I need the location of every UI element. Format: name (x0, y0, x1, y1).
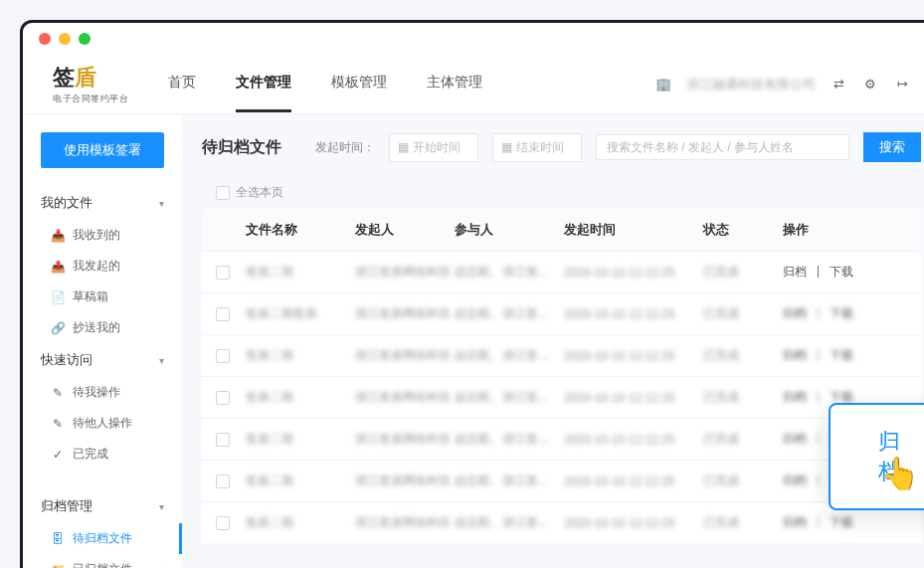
divider: | (817, 473, 820, 489)
search-input[interactable] (596, 134, 849, 160)
cell-participant: 赵志航、浙江签... (455, 347, 564, 364)
table-row: 签盾二期浙江签盾网络科技赵志航、浙江签...2020-10-10 12:12:2… (202, 251, 921, 292)
row-checkbox[interactable] (216, 516, 230, 530)
archive-link[interactable]: 归档 (783, 347, 807, 364)
cell-status: 已完成 (703, 473, 783, 489)
cell-time: 2020-10-10 12:12:25 (564, 474, 703, 488)
sidebar-item-label: 抄送我的 (73, 319, 120, 336)
cell-time: 2020-10-10 12:12:25 (564, 266, 703, 280)
use-template-button[interactable]: 使用模板签署 (41, 132, 164, 168)
calendar-icon: ▦ (501, 140, 512, 154)
header-right: 🏢 浙江融通科技有限公司 ⇄ ⚙ ↦ (654, 76, 911, 94)
sidebar-item-label: 待他人操作 (73, 415, 132, 432)
row-checkbox[interactable] (216, 391, 230, 405)
maximize-window-button[interactable] (79, 33, 91, 45)
search-button[interactable]: 搜索 (863, 132, 921, 162)
select-all-checkbox[interactable] (216, 186, 230, 200)
archive-link[interactable]: 归档 (783, 431, 807, 448)
divider: | (817, 389, 820, 406)
row-checkbox[interactable] (216, 307, 230, 321)
sidebar-item-pending-me[interactable]: ✎待我操作 (23, 377, 182, 408)
nav-files[interactable]: 文件管理 (236, 56, 291, 112)
archive-link[interactable]: 归档 (783, 389, 807, 406)
time-label: 发起时间： (315, 139, 375, 156)
sidebar-group-quick[interactable]: 快速访问 ▾ (23, 343, 182, 377)
switch-icon[interactable]: ⇄ (830, 76, 847, 94)
cell-initiator: 浙江签盾网络科技 (355, 514, 455, 531)
gear-icon[interactable]: ⚙ (861, 76, 879, 94)
building-icon: 🏢 (654, 76, 672, 94)
table-row: 签盾二期浙江签盾网络科技赵志航、浙江签...2020-10-10 12:12:2… (202, 334, 921, 376)
cc-icon: 🔗 (51, 321, 65, 335)
nav-home[interactable]: 首页 (168, 56, 196, 112)
col-participant: 参与人 (455, 221, 564, 239)
start-date-input[interactable]: ▦开始时间 (389, 133, 478, 162)
sidebar-item-drafts[interactable]: 📄草稿箱 (23, 282, 182, 312)
select-all-label: 全选本页 (236, 184, 283, 201)
sidebar-item-archived[interactable]: 📁已归档文件› (23, 554, 182, 568)
sidebar-item-initiated[interactable]: 📤我发起的 (23, 251, 182, 282)
cell-name: 签盾二期签盾 (246, 305, 355, 322)
row-checkbox[interactable] (216, 349, 230, 363)
archive-popover[interactable]: 归档 (829, 403, 924, 510)
sidebar-group-archive[interactable]: 归档管理 ▾ (23, 489, 182, 523)
main-content: 待归档文件 发起时间： ▦开始时间 ▦结束时间 搜索 全选本页 文件名称 发起人… (182, 114, 924, 568)
table-row: 签盾二期浙江签盾网络科技赵志航、浙江签...2020-10-10 12:12:2… (202, 418, 921, 460)
logo-text-2: 盾 (75, 65, 96, 90)
end-date-input[interactable]: ▦结束时间 (492, 133, 582, 162)
col-status: 状态 (703, 221, 783, 239)
others-icon: ✎ (51, 417, 65, 431)
file-table: 文件名称 发起人 参与人 发起时间 状态 操作 签盾二期浙江签盾网络科技赵志航、… (202, 209, 921, 543)
cell-participant: 赵志航、浙江签... (455, 431, 564, 448)
col-initiator: 发起人 (355, 221, 455, 239)
cell-initiator: 浙江签盾网络科技 (355, 264, 455, 281)
sidebar-item-pending-others[interactable]: ✎待他人操作 (23, 408, 182, 439)
sidebar-item-completed[interactable]: ✓已完成 (23, 439, 182, 470)
sidebar-group-label: 快速访问 (41, 351, 92, 369)
send-icon: 📤 (51, 260, 65, 274)
archive-link[interactable]: 归档 (783, 514, 807, 531)
folder-icon: 📁 (51, 563, 65, 569)
row-checkbox[interactable] (216, 266, 230, 280)
inbox-icon: 📥 (51, 229, 65, 243)
divider: | (817, 305, 820, 322)
sidebar-item-label: 我收到的 (73, 227, 120, 244)
sidebar-item-received[interactable]: 📥我收到的 (23, 220, 182, 251)
close-window-button[interactable] (39, 33, 51, 45)
window-title-bar (23, 23, 924, 55)
row-checkbox[interactable] (216, 474, 230, 488)
logo-subtitle: 电子合同签约平台 (53, 93, 128, 105)
download-link[interactable]: 下载 (830, 305, 853, 322)
cell-status: 已完成 (703, 347, 783, 364)
cell-participant: 赵志航、浙江签... (455, 473, 564, 489)
sidebar-group-my-files[interactable]: 我的文件 ▾ (23, 186, 182, 220)
popover-text: 归档 (878, 429, 900, 483)
chevron-down-icon: ▾ (159, 355, 164, 366)
sidebar-item-label: 已完成 (73, 446, 108, 463)
sidebar-item-cc[interactable]: 🔗抄送我的 (23, 312, 182, 343)
archive-link[interactable]: 归档 (783, 473, 807, 489)
cell-time: 2020-10-10 12:12:25 (564, 349, 703, 363)
chevron-right-icon: › (161, 564, 164, 568)
chevron-down-icon: ▾ (159, 198, 164, 209)
logout-icon[interactable]: ↦ (893, 76, 911, 94)
table-row: 签盾二期浙江签盾网络科技赵志航、浙江签...2020-10-10 12:12:2… (202, 460, 921, 501)
minimize-window-button[interactable] (59, 33, 71, 45)
cell-initiator: 浙江签盾网络科技 (355, 347, 455, 364)
sidebar-item-pending-archive[interactable]: 🗄待归档文件 (23, 523, 182, 554)
nav-templates[interactable]: 模板管理 (331, 56, 387, 112)
divider: | (817, 347, 820, 364)
download-link[interactable]: 下载 (830, 264, 853, 281)
sidebar-item-label: 待归档文件 (73, 530, 132, 547)
divider: | (817, 514, 820, 531)
archive-link[interactable]: 归档 (783, 305, 807, 322)
archive-link[interactable]: 归档 (783, 264, 807, 281)
cell-participant: 赵志航、浙江签... (455, 305, 564, 322)
row-checkbox[interactable] (216, 433, 230, 447)
download-link[interactable]: 下载 (830, 514, 853, 531)
download-link[interactable]: 下载 (830, 347, 853, 364)
nav-subjects[interactable]: 主体管理 (427, 56, 482, 112)
divider: | (817, 431, 820, 448)
placeholder-text: 结束时间 (516, 139, 564, 156)
page-title: 待归档文件 (202, 137, 281, 158)
